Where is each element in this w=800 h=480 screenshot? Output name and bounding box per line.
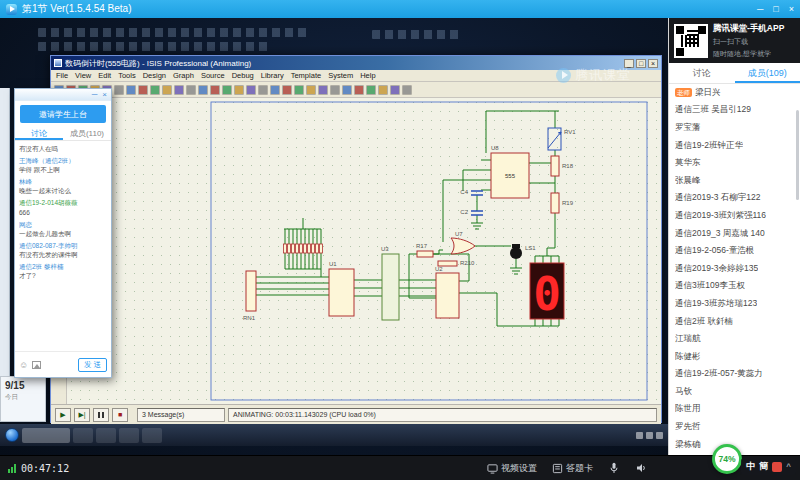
component-resistor-r19[interactable] bbox=[551, 193, 559, 213]
minimize-button[interactable]: ─ bbox=[757, 4, 763, 14]
menu-item[interactable]: Library bbox=[261, 71, 284, 80]
app-titlebar[interactable]: 第1节 Ver(1.5.4.54 Beta) ─ □ × bbox=[0, 0, 800, 18]
member-list[interactable]: 老师梁日兴通信三班 吴昌引129罗宝藩通信19-2班钟正华莫华东张晨峰通信201… bbox=[669, 84, 800, 455]
member-row[interactable]: 通信2班 耿釺楠 bbox=[669, 313, 800, 331]
answer-card-button[interactable]: 答题卡 bbox=[552, 462, 593, 475]
maximize-button[interactable]: □ bbox=[773, 4, 778, 14]
member-row[interactable]: 老师梁日兴 bbox=[669, 84, 800, 102]
toolbar-icon[interactable] bbox=[150, 85, 160, 95]
taskbar-app[interactable] bbox=[96, 428, 116, 443]
toolbar-icon[interactable] bbox=[282, 85, 292, 95]
chat-window-titlebar[interactable]: ─ × bbox=[15, 89, 111, 101]
diode-bank[interactable] bbox=[284, 244, 323, 253]
member-row[interactable]: 通信2019-3余婷婷135 bbox=[669, 260, 800, 278]
toolbar-icon[interactable] bbox=[402, 85, 412, 95]
toolbar-icon[interactable] bbox=[114, 85, 124, 95]
member-row[interactable]: 通信3班109李玉权 bbox=[669, 278, 800, 296]
play-button[interactable]: ▶ bbox=[55, 408, 71, 422]
taskbar-app[interactable] bbox=[119, 428, 139, 443]
member-row[interactable]: 通信2019-3班刘紫强116 bbox=[669, 207, 800, 225]
toolbar-icon[interactable] bbox=[210, 85, 220, 95]
member-row[interactable]: 陈世用 bbox=[669, 401, 800, 419]
member-row[interactable]: 张晨峰 bbox=[669, 172, 800, 190]
component-capacitor-c4[interactable] bbox=[471, 191, 483, 195]
menu-item[interactable]: File bbox=[56, 71, 68, 80]
toolbar-icon[interactable] bbox=[270, 85, 280, 95]
component-resistor-r17[interactable] bbox=[417, 251, 433, 257]
member-row[interactable]: 通信19-2班-057-黄蕊力 bbox=[669, 366, 800, 384]
toolbar-icon[interactable] bbox=[378, 85, 388, 95]
menu-item[interactable]: View bbox=[75, 71, 91, 80]
proteus-close-button[interactable]: × bbox=[648, 59, 658, 68]
menu-item[interactable]: Tools bbox=[118, 71, 136, 80]
chevron-up-icon[interactable]: ^ bbox=[786, 462, 791, 471]
send-button[interactable]: 发 送 bbox=[78, 358, 107, 372]
component-7seg-display[interactable]: 0 bbox=[530, 263, 564, 321]
invite-student-button[interactable]: 邀请学生上台 bbox=[20, 105, 106, 123]
toolbar-icon[interactable] bbox=[246, 85, 256, 95]
toolbar-icon[interactable] bbox=[126, 85, 136, 95]
taskbar-app-active[interactable] bbox=[22, 428, 70, 443]
chat-minimize-button[interactable]: ─ bbox=[92, 90, 98, 99]
toolbar-icon[interactable] bbox=[138, 85, 148, 95]
ime-tool-icon[interactable] bbox=[772, 462, 782, 472]
proteus-window[interactable]: 数码倒计时(555电路) - ISIS Professional (Animat… bbox=[50, 55, 662, 423]
toolbar-icon[interactable] bbox=[342, 85, 352, 95]
menu-item[interactable]: Help bbox=[360, 71, 375, 80]
menu-item[interactable]: Debug bbox=[232, 71, 254, 80]
member-row[interactable]: 通信三班 吴昌引129 bbox=[669, 102, 800, 120]
toolbar-icon[interactable] bbox=[366, 85, 376, 95]
member-row[interactable]: 陈健彬 bbox=[669, 348, 800, 366]
component-potentiometer[interactable] bbox=[548, 128, 561, 150]
step-button[interactable]: ▶| bbox=[74, 408, 90, 422]
member-list-scrollbar[interactable] bbox=[796, 110, 799, 200]
component-resistor-network[interactable] bbox=[246, 271, 256, 311]
proteus-toolbar[interactable] bbox=[51, 82, 661, 98]
member-row[interactable]: 通信19-2-056-童浩根 bbox=[669, 242, 800, 260]
chat-tab-discussion[interactable]: 讨论 bbox=[15, 126, 63, 140]
member-row[interactable]: 通信19-3班苏培瑞123 bbox=[669, 295, 800, 313]
component-resistor-r18[interactable] bbox=[551, 156, 559, 176]
image-icon[interactable] bbox=[32, 361, 41, 369]
toolbar-icon[interactable] bbox=[390, 85, 400, 95]
chat-message-list[interactable]: 有没有人在吗王海峰（通信2班）学得 跟不上啊林峰晚些一起来讨论么通信19-2-0… bbox=[15, 141, 111, 351]
member-row[interactable]: 马钦 bbox=[669, 383, 800, 401]
component-ic-u2[interactable] bbox=[436, 273, 459, 318]
menu-item[interactable]: System bbox=[328, 71, 353, 80]
chat-close-button[interactable]: × bbox=[102, 90, 107, 99]
menu-item[interactable]: Design bbox=[143, 71, 166, 80]
member-row[interactable]: 通信19-2班钟正华 bbox=[669, 137, 800, 155]
component-capacitor-c2[interactable] bbox=[471, 211, 483, 215]
ime-charset-toggle[interactable]: 簡 bbox=[759, 460, 768, 473]
toolbar-icon[interactable] bbox=[306, 85, 316, 95]
chat-window[interactable]: ─ × 邀请学生上台 讨论 成员(110) 有没有人在吗王海峰（通信2班）学得 … bbox=[14, 88, 112, 378]
toolbar-icon[interactable] bbox=[258, 85, 268, 95]
chat-tab-members[interactable]: 成员(110) bbox=[63, 126, 111, 140]
ime-language-toggle[interactable]: 中 bbox=[746, 460, 755, 473]
calendar-widget[interactable]: 9/15 今日 bbox=[0, 376, 46, 422]
member-row[interactable]: 江瑞航 bbox=[669, 330, 800, 348]
member-row[interactable]: 莫华东 bbox=[669, 154, 800, 172]
menu-item[interactable]: Source bbox=[201, 71, 225, 80]
toolbar-icon[interactable] bbox=[294, 85, 304, 95]
member-row[interactable]: 罗先哲 bbox=[669, 418, 800, 436]
toolbar-icon[interactable] bbox=[330, 85, 340, 95]
toolbar-icon[interactable] bbox=[174, 85, 184, 95]
taskbar-app[interactable] bbox=[142, 428, 162, 443]
menu-item[interactable]: Graph bbox=[173, 71, 194, 80]
toolbar-icon[interactable] bbox=[354, 85, 364, 95]
component-speaker[interactable] bbox=[510, 244, 522, 259]
battery-indicator[interactable]: 74% bbox=[712, 444, 742, 474]
pause-button[interactable] bbox=[93, 408, 109, 422]
video-settings-button[interactable]: 视频设置 bbox=[487, 462, 537, 475]
member-row[interactable]: 罗宝藩 bbox=[669, 119, 800, 137]
component-ic-u3[interactable] bbox=[382, 254, 399, 320]
speaker-button[interactable] bbox=[635, 462, 647, 474]
menu-item[interactable]: Edit bbox=[98, 71, 111, 80]
ime-toolbar[interactable]: 中 簡 ^ bbox=[741, 458, 796, 475]
component-or-gate[interactable] bbox=[451, 238, 475, 254]
emoji-icon[interactable]: ☺ bbox=[19, 360, 28, 370]
windows-taskbar[interactable] bbox=[0, 424, 668, 446]
close-button[interactable]: × bbox=[789, 4, 794, 14]
toolbar-icon[interactable] bbox=[222, 85, 232, 95]
